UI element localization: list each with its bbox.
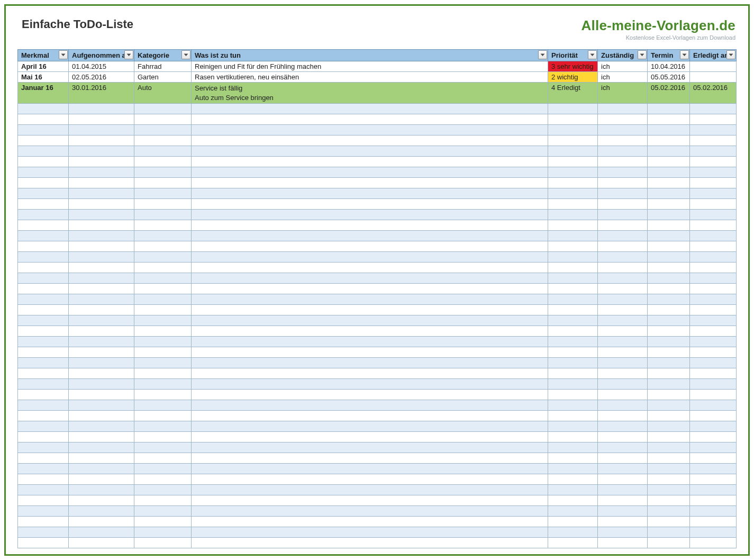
- cell-empty[interactable]: [548, 114, 598, 125]
- cell-empty[interactable]: [598, 506, 648, 517]
- cell-empty[interactable]: [18, 284, 69, 294]
- cell-empty[interactable]: [548, 210, 598, 220]
- cell-empty[interactable]: [192, 411, 548, 421]
- cell-empty[interactable]: [548, 178, 598, 188]
- column-header-termin[interactable]: Termin: [648, 50, 690, 61]
- cell-empty[interactable]: [648, 136, 690, 146]
- cell-empty[interactable]: [192, 453, 548, 464]
- cell-empty[interactable]: [690, 506, 737, 517]
- cell-empty[interactable]: [548, 284, 598, 294]
- cell-empty[interactable]: [648, 400, 690, 411]
- filter-dropdown-icon[interactable]: [124, 50, 133, 59]
- cell-empty[interactable]: [598, 442, 648, 453]
- cell-erledigt[interactable]: [690, 61, 737, 72]
- table-row[interactable]: [18, 167, 737, 178]
- cell-empty[interactable]: [548, 252, 598, 263]
- cell-empty[interactable]: [69, 178, 134, 188]
- cell-empty[interactable]: [648, 231, 690, 241]
- table-row[interactable]: [18, 273, 737, 284]
- cell-empty[interactable]: [18, 188, 69, 199]
- filter-dropdown-icon[interactable]: [181, 50, 190, 59]
- table-row[interactable]: [18, 506, 737, 517]
- cell-empty[interactable]: [548, 188, 598, 199]
- cell-empty[interactable]: [598, 252, 648, 263]
- cell-empty[interactable]: [648, 125, 690, 136]
- table-row[interactable]: [18, 146, 737, 157]
- table-row[interactable]: [18, 442, 737, 453]
- cell-empty[interactable]: [18, 167, 69, 178]
- cell-empty[interactable]: [69, 305, 134, 315]
- cell-empty[interactable]: [648, 188, 690, 199]
- cell-empty[interactable]: [548, 495, 598, 506]
- cell-empty[interactable]: [69, 157, 134, 167]
- cell-empty[interactable]: [134, 527, 192, 538]
- cell-empty[interactable]: [548, 464, 598, 474]
- cell-empty[interactable]: [134, 421, 192, 432]
- cell-empty[interactable]: [134, 347, 192, 358]
- cell-empty[interactable]: [690, 315, 737, 326]
- table-row[interactable]: [18, 347, 737, 358]
- cell-merkmal[interactable]: April 16: [18, 61, 69, 72]
- cell-empty[interactable]: [598, 199, 648, 210]
- cell-empty[interactable]: [548, 517, 598, 527]
- cell-empty[interactable]: [648, 273, 690, 284]
- cell-empty[interactable]: [18, 241, 69, 252]
- cell-erledigt[interactable]: 05.02.2016: [690, 83, 737, 104]
- cell-empty[interactable]: [548, 157, 598, 167]
- cell-empty[interactable]: [134, 368, 192, 379]
- cell-empty[interactable]: [648, 474, 690, 485]
- cell-empty[interactable]: [690, 411, 737, 421]
- cell-empty[interactable]: [548, 326, 598, 337]
- cell-empty[interactable]: [690, 326, 737, 337]
- cell-empty[interactable]: [18, 146, 69, 157]
- cell-empty[interactable]: [18, 400, 69, 411]
- cell-empty[interactable]: [18, 517, 69, 527]
- table-row[interactable]: [18, 136, 737, 146]
- cell-empty[interactable]: [69, 368, 134, 379]
- cell-empty[interactable]: [134, 506, 192, 517]
- column-header-kat[interactable]: Kategorie: [134, 50, 192, 61]
- cell-empty[interactable]: [18, 305, 69, 315]
- cell-empty[interactable]: [192, 517, 548, 527]
- cell-empty[interactable]: [69, 146, 134, 157]
- cell-empty[interactable]: [548, 442, 598, 453]
- cell-empty[interactable]: [18, 315, 69, 326]
- cell-empty[interactable]: [69, 263, 134, 273]
- column-header-erledigt[interactable]: Erledigt am: [690, 50, 737, 61]
- cell-empty[interactable]: [69, 241, 134, 252]
- cell-empty[interactable]: [648, 506, 690, 517]
- cell-empty[interactable]: [192, 220, 548, 231]
- cell-empty[interactable]: [648, 411, 690, 421]
- cell-empty[interactable]: [69, 199, 134, 210]
- filter-dropdown-icon[interactable]: [59, 50, 68, 59]
- cell-empty[interactable]: [192, 315, 548, 326]
- cell-empty[interactable]: [18, 506, 69, 517]
- cell-empty[interactable]: [598, 464, 648, 474]
- cell-empty[interactable]: [690, 485, 737, 495]
- cell-empty[interactable]: [690, 210, 737, 220]
- table-row[interactable]: [18, 326, 737, 337]
- cell-empty[interactable]: [18, 442, 69, 453]
- cell-empty[interactable]: [548, 527, 598, 538]
- cell-empty[interactable]: [548, 358, 598, 368]
- cell-empty[interactable]: [598, 273, 648, 284]
- cell-empty[interactable]: [134, 199, 192, 210]
- cell-empty[interactable]: [598, 178, 648, 188]
- cell-empty[interactable]: [648, 167, 690, 178]
- cell-empty[interactable]: [192, 294, 548, 305]
- cell-empty[interactable]: [548, 125, 598, 136]
- cell-termin[interactable]: 10.04.2016: [648, 61, 690, 72]
- cell-empty[interactable]: [690, 125, 737, 136]
- cell-empty[interactable]: [69, 114, 134, 125]
- cell-empty[interactable]: [690, 104, 737, 114]
- cell-empty[interactable]: [548, 368, 598, 379]
- cell-empty[interactable]: [598, 125, 648, 136]
- cell-empty[interactable]: [598, 294, 648, 305]
- cell-empty[interactable]: [18, 527, 69, 538]
- cell-empty[interactable]: [192, 337, 548, 347]
- cell-empty[interactable]: [192, 474, 548, 485]
- cell-empty[interactable]: [648, 252, 690, 263]
- cell-empty[interactable]: [648, 241, 690, 252]
- cell-empty[interactable]: [192, 167, 548, 178]
- table-row[interactable]: [18, 379, 737, 390]
